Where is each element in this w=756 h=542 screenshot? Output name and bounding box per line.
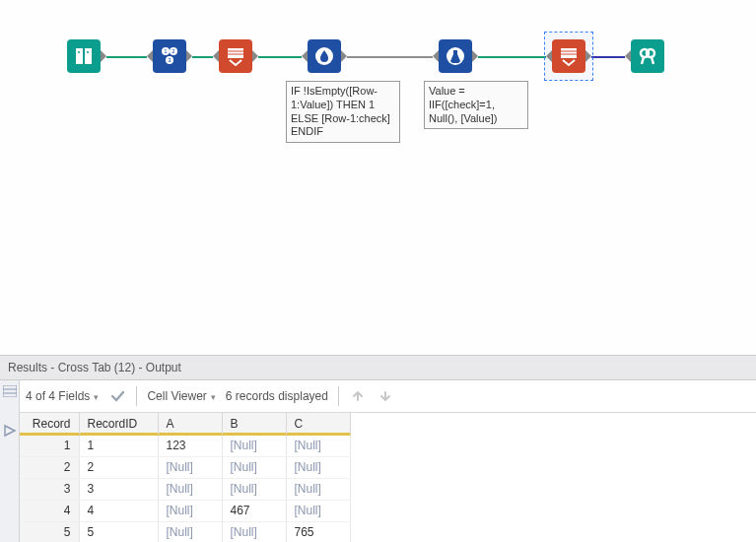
table-cell[interactable]: [Null] <box>158 521 222 542</box>
table-cell[interactable]: 4 <box>20 500 79 521</box>
input-anchor-icon[interactable] <box>302 50 308 62</box>
text-input-tool[interactable] <box>67 39 101 73</box>
table-cell[interactable]: 123 <box>158 435 222 456</box>
results-grid[interactable]: RecordRecordIDABC 11123[Null][Null]22[Nu… <box>20 413 351 542</box>
table-cell[interactable]: [Null] <box>222 478 286 500</box>
browse-tool[interactable] <box>631 39 664 73</box>
column-header[interactable]: B <box>222 413 286 435</box>
svg-rect-22 <box>3 385 17 397</box>
column-header[interactable]: RecordID <box>79 413 158 435</box>
cross-tab-tool-selected[interactable] <box>552 39 585 73</box>
table-cell[interactable]: [Null] <box>286 435 350 456</box>
input-anchor-icon[interactable] <box>147 50 153 62</box>
svg-point-2 <box>78 51 80 53</box>
results-gutter <box>0 380 20 542</box>
connection[interactable] <box>258 56 302 58</box>
apply-check-icon[interactable] <box>108 387 126 405</box>
connection[interactable] <box>591 56 625 58</box>
input-anchor-icon[interactable] <box>213 50 219 62</box>
output-anchor-icon[interactable] <box>472 50 478 62</box>
cell-viewer-dropdown[interactable]: Cell Viewer▾ <box>147 389 215 403</box>
table-cell[interactable]: 3 <box>79 478 158 500</box>
table-row[interactable]: 33[Null][Null][Null] <box>20 478 350 500</box>
table-cell[interactable]: [Null] <box>286 478 350 500</box>
formula-tool[interactable] <box>439 39 472 73</box>
connection[interactable] <box>192 56 213 58</box>
prev-record-icon[interactable] <box>349 387 367 405</box>
svg-rect-10 <box>228 48 243 58</box>
connection[interactable] <box>478 56 546 58</box>
input-anchor-icon[interactable] <box>625 50 631 62</box>
cross-tab-tool[interactable] <box>219 39 252 73</box>
output-anchor-icon[interactable] <box>585 50 591 62</box>
table-cell[interactable]: [Null] <box>222 435 286 456</box>
table-row[interactable]: 55[Null][Null]765 <box>20 521 350 542</box>
fields-dropdown[interactable]: 4 of 4 Fields▾ <box>26 389 99 403</box>
column-header[interactable]: C <box>286 413 350 435</box>
record-pointer-icon <box>3 424 17 438</box>
workflow-canvas[interactable]: 123IF !IsEmpty([Row-1:Value]) THEN 1 ELS… <box>0 0 756 355</box>
records-displayed-label: 6 records displayed <box>226 389 328 403</box>
svg-point-3 <box>87 51 89 53</box>
output-anchor-icon[interactable] <box>252 50 258 62</box>
input-anchor-icon[interactable] <box>433 50 439 62</box>
results-toolbar: 4 of 4 Fields▾ Cell Viewer▾ 6 records di… <box>20 380 756 413</box>
next-record-icon[interactable] <box>377 387 394 405</box>
table-cell[interactable]: 2 <box>79 456 158 478</box>
svg-marker-25 <box>5 426 15 436</box>
table-cell[interactable]: [Null] <box>286 456 350 478</box>
record-id-tool[interactable]: 123 <box>153 39 186 73</box>
svg-rect-0 <box>76 48 83 64</box>
table-cell[interactable]: 5 <box>20 521 79 542</box>
column-header[interactable]: Record <box>20 413 79 435</box>
table-row[interactable]: 22[Null][Null][Null] <box>20 456 350 478</box>
table-row[interactable]: 11123[Null][Null] <box>20 435 350 456</box>
svg-rect-1 <box>85 48 92 64</box>
table-row[interactable]: 44[Null]467[Null] <box>20 500 350 521</box>
table-cell[interactable]: 3 <box>20 478 79 500</box>
table-cell[interactable]: 1 <box>20 435 79 456</box>
svg-line-20 <box>642 57 644 64</box>
table-cell[interactable]: [Null] <box>222 521 286 542</box>
input-anchor-icon[interactable] <box>546 50 552 62</box>
connection[interactable] <box>106 56 147 58</box>
svg-line-21 <box>652 57 653 64</box>
tool-annotation[interactable]: Value = IIF([check]=1, Null(), [Value]) <box>424 81 528 129</box>
layout-icon[interactable] <box>3 384 17 398</box>
table-cell[interactable]: [Null] <box>158 456 222 478</box>
table-cell[interactable]: 467 <box>222 500 286 521</box>
table-cell[interactable]: 1 <box>79 435 158 456</box>
table-cell[interactable]: 2 <box>20 456 79 478</box>
table-cell[interactable]: 4 <box>79 500 158 521</box>
output-anchor-icon[interactable] <box>341 50 347 62</box>
connection[interactable] <box>347 56 433 58</box>
svg-rect-15 <box>561 48 577 58</box>
table-cell[interactable]: [Null] <box>286 500 350 521</box>
multi-row-formula-tool[interactable] <box>308 39 341 73</box>
table-cell[interactable]: [Null] <box>158 478 222 500</box>
table-cell[interactable]: [Null] <box>222 456 286 478</box>
tool-annotation[interactable]: IF !IsEmpty([Row-1:Value]) THEN 1 ELSE [… <box>286 81 400 143</box>
results-panel-title: Results - Cross Tab (12) - Output <box>0 355 756 380</box>
output-anchor-icon[interactable] <box>101 50 106 62</box>
svg-point-19 <box>647 49 654 57</box>
output-anchor-icon[interactable] <box>186 50 192 62</box>
table-cell[interactable]: 5 <box>79 521 158 542</box>
table-cell[interactable]: 765 <box>286 521 350 542</box>
column-header[interactable]: A <box>158 413 222 435</box>
table-cell[interactable]: [Null] <box>158 500 222 521</box>
